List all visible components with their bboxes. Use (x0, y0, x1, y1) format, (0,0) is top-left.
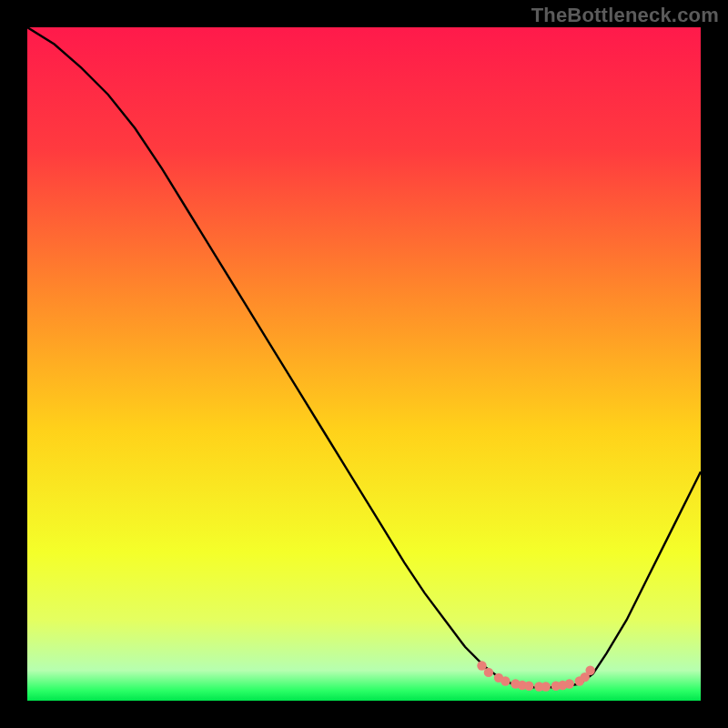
plot-area (27, 27, 701, 701)
marker-dot (565, 679, 574, 688)
bottleneck-chart (27, 27, 701, 701)
marker-dot (500, 676, 510, 685)
marker-dot (585, 666, 594, 675)
marker-dot (541, 682, 551, 691)
chart-stage: TheBottleneck.com (0, 0, 728, 728)
marker-dot (484, 668, 493, 677)
attribution-label: TheBottleneck.com (531, 4, 719, 27)
gradient-background (27, 27, 701, 701)
marker-dot (477, 661, 486, 670)
marker-dot (524, 682, 533, 691)
